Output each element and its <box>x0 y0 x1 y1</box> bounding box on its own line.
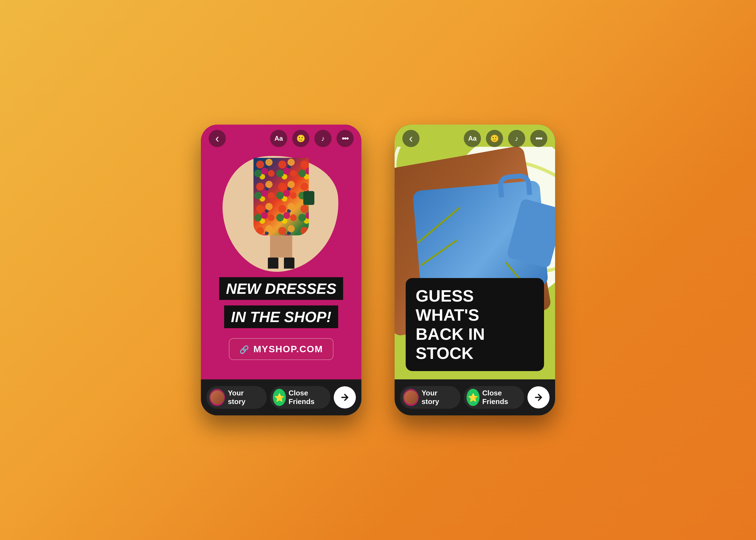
close-friends-option-1[interactable]: ⭐ Close Friends <box>270 386 330 409</box>
more-icon-1: ••• <box>342 134 348 143</box>
close-friends-icon-1: ⭐ <box>273 389 286 406</box>
your-story-label-1: Your story <box>228 389 261 406</box>
back-icon-1 <box>215 133 219 144</box>
close-friends-icon-2: ⭐ <box>467 389 480 406</box>
top-bar-2: Aa 🙂 ••• <box>394 125 555 152</box>
your-story-label-2: Your story <box>421 389 454 406</box>
dress-pattern <box>254 158 309 235</box>
story-background-2: Aa 🙂 ••• <box>394 125 555 415</box>
story-background-1: Aa 🙂 ••• <box>201 125 362 415</box>
bottom-bar-1: Your story ⭐ Close Friends <box>201 379 362 415</box>
bottom-bar-2: Your story ⭐ Close Friends <box>394 379 555 415</box>
text-icon-2: Aa <box>468 135 477 142</box>
bag-handle <box>497 173 532 198</box>
music-button-1[interactable] <box>314 130 332 147</box>
avatar-inner-1 <box>210 390 224 404</box>
phone-1: Aa 🙂 ••• <box>201 125 362 415</box>
back-button-2[interactable] <box>402 130 419 147</box>
dress <box>254 158 309 235</box>
link-icon <box>239 344 250 354</box>
story-text-2: GUESS WHAT'S BACK IN STOCK <box>406 278 544 371</box>
text-tool-button-1[interactable]: Aa <box>270 130 287 147</box>
send-arrow-icon-2 <box>533 392 543 402</box>
close-friends-label-2: Close Friends <box>482 389 518 406</box>
more-button-1[interactable]: ••• <box>337 130 354 147</box>
your-story-option-2[interactable]: Your story <box>400 386 461 409</box>
avatar-2 <box>403 389 419 406</box>
sticker-icon-2: 🙂 <box>490 134 499 143</box>
back-button-1[interactable] <box>209 130 226 147</box>
sticker-icon-1: 🙂 <box>296 134 305 143</box>
headline-line-2a: GUESS WHAT'S <box>416 287 479 324</box>
story-text-1: NEW DRESSES IN THE SHOP! MYSHOP.COM <box>209 276 353 360</box>
shoe-left <box>268 258 278 269</box>
link-text: MYSHOP.COM <box>254 344 323 354</box>
avatar-1 <box>209 389 225 406</box>
shoes <box>268 258 294 269</box>
close-friends-label-1: Close Friends <box>289 389 324 406</box>
send-button-2[interactable] <box>527 386 550 408</box>
toolbar-1: Aa 🙂 ••• <box>270 130 354 147</box>
back-icon-2 <box>409 133 413 144</box>
headline-line-1: NEW DRESSES <box>219 277 343 300</box>
phone-2: Aa 🙂 ••• <box>394 125 555 415</box>
text-icon-1: Aa <box>274 135 283 142</box>
more-button-2[interactable]: ••• <box>530 130 547 147</box>
shoe-right <box>284 258 294 269</box>
send-button-1[interactable] <box>334 386 356 408</box>
close-friends-option-2[interactable]: ⭐ Close Friends <box>464 386 524 409</box>
send-arrow-icon-1 <box>340 392 350 402</box>
headline-2: GUESS WHAT'S BACK IN STOCK <box>416 286 534 363</box>
bag-strap <box>506 198 555 269</box>
toolbar-2: Aa 🙂 ••• <box>464 130 547 147</box>
fashion-figure <box>242 158 320 269</box>
link-badge[interactable]: MYSHOP.COM <box>229 338 334 360</box>
handbag <box>303 191 314 205</box>
text-tool-button-2[interactable]: Aa <box>464 130 481 147</box>
legs <box>270 235 292 258</box>
music-icon-1 <box>321 134 325 143</box>
story-image-1 <box>223 155 339 271</box>
avatar-inner-2 <box>404 390 418 404</box>
top-bar-1: Aa 🙂 ••• <box>201 125 362 152</box>
music-icon-2 <box>515 134 519 143</box>
sticker-button-1[interactable]: 🙂 <box>292 130 309 147</box>
headline-line-2b: BACK IN STOCK <box>416 325 485 362</box>
headline-line-2: IN THE SHOP! <box>224 306 338 328</box>
music-button-2[interactable] <box>508 130 525 147</box>
more-icon-2: ••• <box>535 134 542 143</box>
your-story-option-1[interactable]: Your story <box>206 386 267 409</box>
sticker-button-2[interactable]: 🙂 <box>486 130 503 147</box>
